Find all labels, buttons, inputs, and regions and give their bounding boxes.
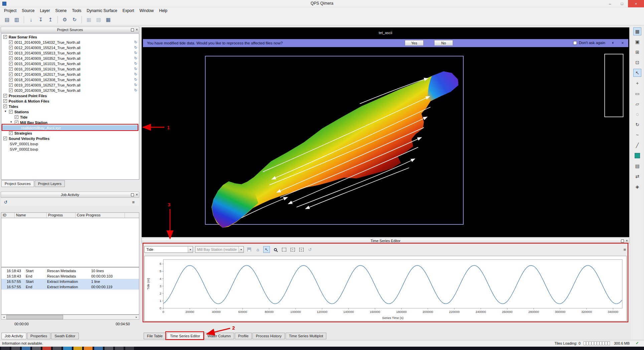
- close-button[interactable]: ×: [628, 0, 644, 7]
- contrast-icon[interactable]: ◐: [612, 40, 615, 45]
- taskbar-app-8[interactable]: [84, 347, 93, 350]
- checkbox[interactable]: ✓: [3, 105, 7, 108]
- tree-item[interactable]: SVP_00001.bsvp: [1, 141, 139, 147]
- tree-item[interactable]: ✓0016_20140909_161619_True_North.all↻: [1, 66, 139, 72]
- checkbox[interactable]: ✓: [9, 62, 13, 65]
- tab-water-column[interactable]: Water Column: [204, 333, 234, 339]
- maximize-button[interactable]: □: [616, 0, 628, 7]
- tree-item[interactable]: ▾✓Mill Bay Station: [1, 120, 139, 125]
- menu-scene[interactable]: Scene: [52, 8, 69, 14]
- start-button[interactable]: [1, 347, 10, 350]
- no-button[interactable]: No: [434, 40, 453, 46]
- dynamic-surface-grid-icon[interactable]: ▦: [104, 15, 113, 24]
- tree-item[interactable]: ▾✓Stations: [1, 109, 139, 115]
- menu-tools[interactable]: Tools: [69, 8, 84, 14]
- taskbar-app-11[interactable]: [115, 347, 124, 350]
- sync-icon[interactable]: ↻: [134, 61, 137, 66]
- checkbox[interactable]: ✓: [3, 99, 7, 103]
- sync-icon[interactable]: ↻: [134, 40, 137, 44]
- tab-file-table[interactable]: File Table: [144, 333, 166, 339]
- chevron-down-icon[interactable]: ▾: [238, 246, 244, 252]
- zoom-window-icon[interactable]: ⊞: [633, 48, 641, 56]
- pan-icon[interactable]: +: [633, 79, 641, 87]
- tree-item[interactable]: ✓Sound Velocity Profiles: [1, 136, 139, 141]
- camera-icon[interactable]: ▣: [633, 38, 641, 46]
- checkbox[interactable]: ✓: [3, 35, 7, 39]
- export-data-icon[interactable]: ↥: [46, 15, 55, 24]
- sync-icon[interactable]: ↻: [134, 88, 137, 93]
- station-combo[interactable]: Mill Bay Station (realtide ▾: [195, 246, 244, 253]
- taskbar-app-3[interactable]: [32, 347, 41, 350]
- tree-item[interactable]: ✓Strategies: [1, 131, 139, 136]
- dont-ask-checkbox[interactable]: [573, 41, 577, 45]
- select-polygon-icon[interactable]: ▱: [633, 100, 641, 108]
- checkbox[interactable]: ✓: [9, 56, 13, 60]
- file-table-icon[interactable]: ▦: [633, 27, 641, 35]
- tree-item[interactable]: ▾✓Tides: [1, 104, 139, 109]
- scroll-left-icon[interactable]: ◂: [1, 315, 6, 319]
- tree-item[interactable]: ✓0019_20140909_162527_True_North.all↻: [1, 82, 139, 88]
- surface-tool-icon[interactable]: ▦: [85, 15, 93, 24]
- tab-project-sources[interactable]: Project Sources: [1, 180, 34, 187]
- menu-dynamic-surface[interactable]: Dynamic Surface: [84, 8, 120, 14]
- tree-item[interactable]: ✓Tide: [1, 115, 139, 120]
- checkbox[interactable]: ✓: [15, 115, 18, 119]
- column-header[interactable]: ID: [1, 213, 15, 218]
- menu-project[interactable]: Project: [1, 8, 19, 14]
- taskbar-app-9[interactable]: [94, 347, 103, 350]
- tree-item[interactable]: ✓0013_20140909_155813_True_North.all↻: [1, 50, 139, 56]
- column-header[interactable]: Name: [15, 213, 47, 218]
- tab-time-series-editor[interactable]: Time Series Editor: [167, 333, 203, 339]
- checkbox[interactable]: ✓: [9, 89, 13, 92]
- sync-icon[interactable]: ↻: [134, 56, 137, 60]
- menu-help[interactable]: Help: [156, 8, 170, 14]
- tree-item[interactable]: ✓0012_20140909_155214_True_North.all↻: [1, 45, 139, 50]
- refresh-icon[interactable]: ↻: [70, 15, 79, 24]
- tab-time-series-multiplot[interactable]: Time Series Multiplot: [286, 333, 326, 339]
- float-panel-icon[interactable]: [131, 28, 134, 31]
- add-raw-sonar-icon[interactable]: ↓: [27, 15, 35, 24]
- sync-icon[interactable]: ↻: [134, 72, 137, 76]
- tree-item[interactable]: ✓Processed Point Files: [1, 93, 139, 99]
- checkbox[interactable]: ✓: [3, 94, 7, 98]
- zoom-region-icon[interactable]: [281, 246, 287, 253]
- taskbar-app-6[interactable]: [63, 347, 72, 350]
- scrollbar-thumb[interactable]: [6, 315, 63, 319]
- select-cursor-icon[interactable]: ↖: [633, 69, 641, 77]
- float-panel-icon[interactable]: [131, 193, 134, 196]
- tree-item[interactable]: ✓0017_20140909_162017_True_North.all↻: [1, 72, 139, 77]
- sync-icon[interactable]: ↻: [134, 51, 137, 55]
- select-region-icon[interactable]: +: [289, 246, 296, 253]
- job-log-row[interactable]: 16:57:55EndExtract Information00:00:00.1…: [1, 284, 139, 290]
- add-processed-points-icon[interactable]: ↧: [36, 15, 45, 24]
- tab-properties[interactable]: Properties: [27, 333, 50, 339]
- taskbar-app-1[interactable]: [11, 347, 20, 350]
- tree-item[interactable]: ✓0015_20140909_161015_True_North.all↻: [1, 61, 139, 66]
- new-project-icon[interactable]: ▤: [3, 15, 11, 24]
- taskbar-app-5[interactable]: [53, 347, 61, 350]
- menu-layer[interactable]: Layer: [37, 8, 52, 14]
- chart-menu-icon[interactable]: ≡: [623, 247, 626, 252]
- minimize-button[interactable]: –: [604, 0, 616, 7]
- sync-icon[interactable]: ↻: [134, 77, 137, 82]
- taskbar-app-2[interactable]: [22, 347, 30, 350]
- close-panel-icon[interactable]: ×: [626, 239, 628, 242]
- tree-item[interactable]: ✓0020_20140909_162706_True_North.all↻: [1, 88, 139, 93]
- chevron-down-icon[interactable]: ▾: [188, 246, 193, 252]
- surface-wizard-icon[interactable]: ▧: [94, 15, 103, 24]
- job-log-row[interactable]: 16:18:43StartRescan Metadata10 lines: [1, 268, 139, 274]
- tree-item[interactable]: SVP_00002.bsvp: [1, 147, 139, 152]
- tree-item[interactable]: realtidemillbay_Ascii.xyz: [1, 125, 139, 131]
- checkbox[interactable]: ✓: [9, 131, 13, 135]
- close-panel-icon[interactable]: ×: [136, 193, 138, 196]
- tree-item[interactable]: ✓0018_20140909_162308_True_North.all↻: [1, 77, 139, 82]
- zoom-extents-icon[interactable]: ⊡: [633, 58, 641, 66]
- taskbar-app-4[interactable]: [42, 347, 51, 350]
- menu-icon[interactable]: ≡: [132, 200, 135, 205]
- measure-ruler-icon[interactable]: ╱: [633, 141, 641, 149]
- rotate-view-icon[interactable]: ↻: [633, 121, 641, 129]
- column-header[interactable]: Core Progress: [75, 213, 125, 218]
- sync-icon[interactable]: ↻: [134, 83, 137, 87]
- checkbox[interactable]: ✓: [9, 46, 13, 49]
- close-panel-icon[interactable]: ×: [136, 28, 138, 31]
